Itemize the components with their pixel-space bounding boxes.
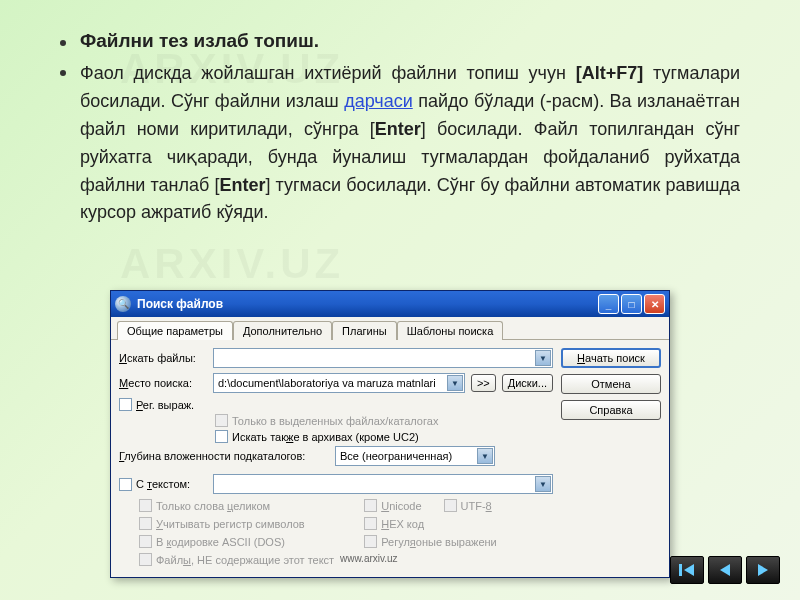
regex2-label: Регуляоные выражени: [381, 536, 497, 548]
tab-plugins[interactable]: Плагины: [332, 321, 397, 340]
ascii-row: В кодировке ASCII (DOS): [139, 535, 334, 548]
minimize-button[interactable]: _: [598, 294, 619, 314]
chevron-down-icon[interactable]: ▼: [447, 375, 463, 391]
depth-row: Глубина вложенности подкаталогов: Все (н…: [119, 446, 553, 466]
with-text-label: С текстом:: [136, 478, 190, 490]
chevron-down-icon[interactable]: ▼: [535, 350, 551, 366]
case-checkbox: [139, 517, 152, 530]
hex-checkbox: [364, 517, 377, 530]
bullet-body: Фаол дискда жойлашган ихтиёрий файлни то…: [60, 60, 740, 227]
search-files-label: ИИскать файлы:скать файлы:: [119, 352, 207, 364]
svg-marker-1: [684, 564, 694, 576]
chevron-down-icon[interactable]: ▼: [477, 448, 493, 464]
only-selected-row: Только в выделенных файлах/каталогах: [215, 414, 553, 427]
heading-text: Файлни тез излаб топиш.: [80, 30, 319, 52]
triangle-right-icon: [756, 563, 770, 577]
regex-label: Рег. выраж.: [136, 399, 194, 411]
enter-text: Enter: [219, 175, 265, 195]
cancel-button[interactable]: Отмена: [561, 374, 661, 394]
dialog-body: ИИскать файлы:скать файлы: ▼ Место поиск…: [111, 339, 669, 577]
whole-words-checkbox: [139, 499, 152, 512]
tabs: Общие параметры Дополнительно Плагины Ша…: [111, 317, 669, 340]
left-pane: ИИскать файлы:скать файлы: ▼ Место поиск…: [119, 348, 553, 569]
footer-url: www.arxiv.uz: [340, 553, 398, 564]
chevron-down-icon[interactable]: ▼: [535, 476, 551, 492]
location-label: Место поиска:: [119, 377, 207, 389]
bullet-dot-icon: [60, 70, 66, 76]
regex-checkbox[interactable]: [119, 398, 132, 411]
text-input[interactable]: ▼: [213, 474, 553, 494]
hotkey-text: [Alt+F7]: [576, 63, 644, 83]
unicode-row: Unicode UTF-8: [364, 499, 497, 512]
link-darcha[interactable]: дарчаси: [344, 91, 413, 111]
location-input[interactable]: d:\document\laboratoriya va maruza matnl…: [213, 373, 465, 393]
right-pane: Начать поиск Отмена Справка: [561, 348, 661, 569]
regex2-row: Регуляоные выражени: [364, 535, 497, 548]
hex-label: HEX код: [381, 518, 424, 530]
only-selected-checkbox: [215, 414, 228, 427]
case-label: Учитывать регистр символов: [156, 518, 305, 530]
find-files-dialog: 🔍 Поиск файлов _ □ ✕ Общие параметры Доп…: [110, 290, 670, 578]
not-containing-checkbox: [139, 553, 152, 566]
ascii-checkbox: [139, 535, 152, 548]
location-row: Место поиска: d:\document\laboratoriya v…: [119, 373, 553, 393]
nav-prev-button[interactable]: [708, 556, 742, 584]
search-files-input[interactable]: ▼: [213, 348, 553, 368]
close-button[interactable]: ✕: [644, 294, 665, 314]
watermark: ARXIV.UZ: [120, 240, 344, 288]
text-row: С текстом: ▼: [119, 474, 553, 494]
depth-select[interactable]: Все (неограниченная) ▼: [335, 446, 495, 466]
not-containing-label: Файлы, НЕ содержащие этот текст: [156, 554, 334, 566]
help-button[interactable]: Справка: [561, 400, 661, 420]
body-seg: Фаол дискда жойлашган ихтиёрий файлни то…: [80, 63, 576, 83]
utf8-label: UTF-8: [461, 500, 492, 512]
unicode-label: Unicode: [381, 500, 421, 512]
slide-content: Файлни тез излаб топиш. Фаол дискда жойл…: [0, 0, 800, 245]
with-text-checkbox-row: С текстом:: [119, 478, 207, 491]
search-files-row: ИИскать файлы:скать файлы: ▼: [119, 348, 553, 368]
location-value: d:\document\laboratoriya va maruza matnl…: [218, 377, 436, 389]
utf8-checkbox: [444, 499, 457, 512]
tab-advanced[interactable]: Дополнительно: [233, 321, 332, 340]
svg-rect-0: [679, 564, 682, 576]
archives-checkbox[interactable]: [215, 430, 228, 443]
skip-start-icon: [678, 563, 696, 577]
with-text-checkbox[interactable]: [119, 478, 132, 491]
depth-value: Все (неограниченная): [340, 450, 452, 462]
window-controls: _ □ ✕: [598, 294, 665, 314]
tab-templates[interactable]: Шаблоны поиска: [397, 321, 504, 340]
archives-label: Искать также в архивах (кроме UC2): [232, 431, 419, 443]
regex-row: Рег. выраж.: [119, 398, 553, 411]
titlebar[interactable]: 🔍 Поиск файлов _ □ ✕: [111, 291, 669, 317]
start-search-button[interactable]: Начать поиск: [561, 348, 661, 368]
window-title: Поиск файлов: [137, 297, 598, 311]
whole-words-label: Только слова целиком: [156, 500, 270, 512]
bullet-dot-icon: [60, 40, 66, 46]
svg-marker-3: [758, 564, 768, 576]
body-paragraph: Фаол дискда жойлашган ихтиёрий файлни то…: [80, 60, 740, 227]
svg-marker-2: [720, 564, 730, 576]
disks-button[interactable]: Диски...: [502, 374, 553, 392]
whole-words-row: Только слова целиком: [139, 499, 334, 512]
tab-general[interactable]: Общие параметры: [117, 321, 233, 340]
nav-next-button[interactable]: [746, 556, 780, 584]
bullet-heading: Файлни тез излаб топиш.: [60, 30, 740, 52]
nav-first-button[interactable]: [670, 556, 704, 584]
case-row: Учитывать регистр символов: [139, 517, 334, 530]
expand-button[interactable]: >>: [471, 374, 496, 392]
unicode-checkbox: [364, 499, 377, 512]
maximize-button[interactable]: □: [621, 294, 642, 314]
archives-row: Искать также в архивах (кроме UC2): [215, 430, 553, 443]
enter-text: Enter: [375, 119, 421, 139]
regex2-checkbox: [364, 535, 377, 548]
triangle-left-icon: [718, 563, 732, 577]
only-selected-label: Только в выделенных файлах/каталогах: [232, 415, 438, 427]
ascii-label: В кодировке ASCII (DOS): [156, 536, 285, 548]
nav-buttons: [670, 556, 780, 584]
search-icon: 🔍: [115, 296, 131, 312]
hex-row: HEX код: [364, 517, 497, 530]
not-containing-row: Файлы, НЕ содержащие этот текст: [139, 553, 334, 566]
depth-label: Глубина вложенности подкаталогов:: [119, 450, 329, 462]
